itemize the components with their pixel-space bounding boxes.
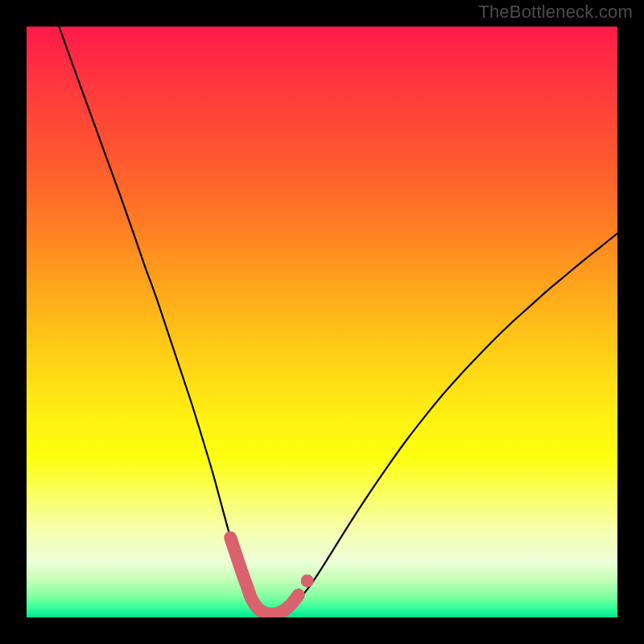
chart-svg: [27, 27, 617, 617]
highlight-dot: [301, 574, 314, 587]
chart-background: [27, 27, 617, 617]
chart-plot: [27, 27, 617, 617]
chart-frame: TheBottleneck.com: [0, 0, 644, 644]
watermark-text: TheBottleneck.com: [478, 2, 633, 23]
